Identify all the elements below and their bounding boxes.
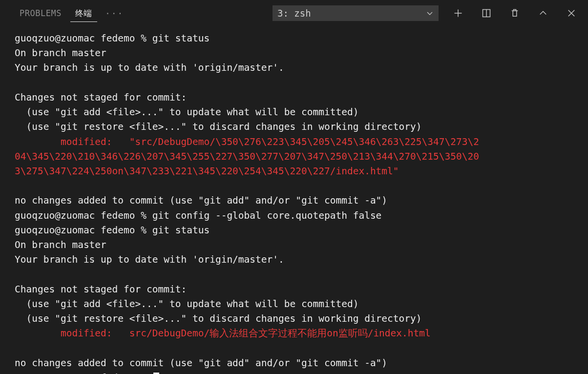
trash-icon bbox=[510, 8, 520, 18]
line: Your branch is up to date with 'origin/m… bbox=[15, 254, 284, 265]
terminal-selector[interactable]: 3: zsh bbox=[273, 5, 439, 21]
line: Your branch is up to date with 'origin/m… bbox=[15, 62, 284, 73]
split-icon bbox=[482, 8, 491, 18]
line: guoqzuo@zuomac fedemo % git status bbox=[15, 225, 210, 236]
line: (use "git add <file>..." to update what … bbox=[15, 106, 358, 118]
close-icon bbox=[567, 8, 576, 18]
line-modified: 3\275\347\224\250on\347\233\221\345\220\… bbox=[15, 166, 399, 177]
plus-icon bbox=[453, 8, 463, 18]
kill-terminal-button[interactable] bbox=[506, 4, 524, 22]
line: guoqzuo@zuomac fedemo % git status bbox=[15, 33, 210, 44]
line-modified: modified: src/DebugDemo/输入法组合文字过程不能用on监听… bbox=[15, 328, 431, 339]
line: (use "git restore <file>..." to discard … bbox=[15, 121, 422, 132]
line: On branch master bbox=[15, 239, 106, 250]
new-terminal-button[interactable] bbox=[449, 4, 467, 22]
maximize-panel-button[interactable] bbox=[534, 4, 552, 22]
line: (use "git add <file>..." to update what … bbox=[15, 298, 358, 310]
split-terminal-button[interactable] bbox=[478, 4, 495, 22]
line: On branch master bbox=[15, 47, 106, 59]
prompt-line: guoqzuo@zuomac fedemo % bbox=[15, 372, 152, 374]
line-modified: 04\345\220\210\346\226\207\345\255\227\3… bbox=[15, 151, 479, 162]
line-modified: modified: "src/DebugDemo/\350\276\223\34… bbox=[15, 136, 479, 147]
line: Changes not staged for commit: bbox=[15, 92, 187, 103]
line: Changes not staged for commit: bbox=[15, 284, 187, 295]
line: no changes added to commit (use "git add… bbox=[15, 195, 387, 206]
panel-header: PROBLEMS 终端 ··· 3: zsh bbox=[0, 0, 588, 26]
line: (use "git restore <file>..." to discard … bbox=[15, 313, 422, 324]
chevron-up-icon bbox=[538, 8, 548, 18]
tab-terminal[interactable]: 终端 bbox=[70, 5, 97, 22]
chevron-down-icon bbox=[426, 9, 434, 17]
tab-problems[interactable]: PROBLEMS bbox=[15, 5, 66, 21]
line: guoqzuo@zuomac fedemo % git config --glo… bbox=[15, 210, 381, 221]
terminal-output[interactable]: guoqzuo@zuomac fedemo % git status On br… bbox=[0, 26, 588, 374]
line: no changes added to commit (use "git add… bbox=[15, 357, 387, 369]
terminal-selector-label: 3: zsh bbox=[277, 8, 311, 19]
close-panel-button[interactable] bbox=[563, 4, 580, 22]
more-icon[interactable]: ··· bbox=[101, 8, 128, 19]
